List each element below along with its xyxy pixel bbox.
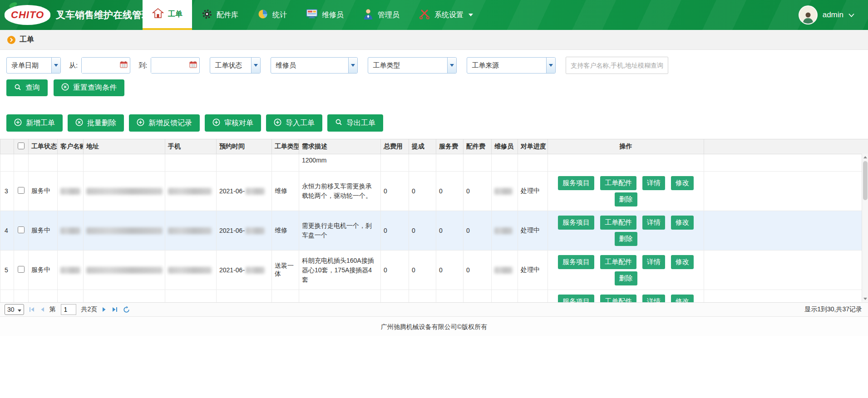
cell-description: 叉车挡风玻璃1个，货叉1副 1200mm bbox=[299, 154, 381, 172]
service-items-button[interactable]: 服务项目 bbox=[558, 255, 594, 269]
search-button[interactable]: 查询 bbox=[6, 79, 48, 96]
date-to-input[interactable] bbox=[151, 57, 200, 74]
edit-button[interactable]: 修改 bbox=[671, 176, 694, 190]
date-from-input[interactable] bbox=[81, 57, 130, 74]
scrollbar-up-icon[interactable] bbox=[863, 154, 867, 160]
date-to-field[interactable] bbox=[151, 58, 189, 73]
calendar-icon[interactable] bbox=[120, 61, 128, 70]
last-page-button[interactable] bbox=[112, 307, 118, 312]
order-parts-button[interactable]: 工单配件 bbox=[600, 255, 636, 269]
cell-service-fee: 0 bbox=[436, 251, 464, 290]
order-parts-button[interactable]: 工单配件 bbox=[600, 295, 636, 303]
chevron-down-icon bbox=[51, 58, 60, 73]
cell-order-type: 维修 bbox=[272, 172, 299, 211]
detail-button[interactable]: 详情 bbox=[642, 176, 665, 190]
delete-button[interactable]: 删除 bbox=[615, 271, 637, 285]
cell-commission: 0 bbox=[409, 251, 436, 290]
nav-item-system-settings[interactable]: 系统设置 bbox=[409, 0, 483, 30]
repairman-select[interactable]: 维修员 bbox=[271, 57, 358, 74]
keyword-search-input[interactable] bbox=[566, 57, 668, 74]
date-type-select[interactable]: 录单日期 bbox=[6, 57, 61, 74]
cell-status: 服务中 bbox=[29, 251, 58, 290]
cell-repairman bbox=[492, 154, 518, 172]
date-from-field[interactable] bbox=[82, 58, 120, 73]
redacted-repairman bbox=[494, 227, 513, 234]
user-menu[interactable]: admin bbox=[799, 0, 868, 30]
filler-cell bbox=[704, 172, 862, 211]
nav-item-admin[interactable]: 管理员 bbox=[353, 0, 409, 30]
audit-order-button[interactable]: 审核对单 bbox=[205, 114, 261, 132]
cell-parts-fee: 0 bbox=[464, 251, 492, 290]
redacted-customer-name bbox=[60, 227, 80, 234]
cell-parts-fee bbox=[464, 154, 492, 172]
nav-item-statistics[interactable]: 统计 bbox=[248, 0, 296, 30]
order-status-select[interactable]: 工单状态 bbox=[210, 57, 261, 74]
prev-page-button[interactable] bbox=[40, 307, 44, 312]
edit-button[interactable]: 修改 bbox=[671, 216, 694, 230]
button-label: 导出工单 bbox=[346, 118, 375, 128]
batch-delete-button[interactable]: 批量删除 bbox=[68, 114, 124, 132]
delete-button[interactable]: 删除 bbox=[615, 192, 637, 206]
vertical-scrollbar[interactable] bbox=[862, 154, 868, 302]
button-label: 新增反馈记录 bbox=[148, 118, 192, 128]
nav-label: 工单 bbox=[168, 10, 182, 19]
filler-cell bbox=[704, 290, 862, 303]
appointment-date: 2021-06- bbox=[219, 266, 245, 274]
export-orders-button[interactable]: 导出工单 bbox=[327, 114, 383, 132]
gear-icon bbox=[202, 9, 212, 21]
order-parts-button[interactable]: 工单配件 bbox=[600, 176, 636, 190]
select-all-checkbox[interactable] bbox=[18, 142, 25, 149]
order-type-select[interactable]: 工单类型 bbox=[368, 57, 457, 74]
tools-icon bbox=[419, 8, 430, 22]
row-index: 5 bbox=[0, 251, 14, 290]
chevron-down-icon bbox=[546, 58, 555, 73]
delete-button[interactable]: 删除 bbox=[615, 232, 637, 246]
service-items-button[interactable]: 服务项目 bbox=[558, 216, 594, 230]
calendar-icon[interactable] bbox=[189, 61, 197, 70]
detail-button[interactable]: 详情 bbox=[642, 255, 665, 269]
order-source-select[interactable]: 工单来源 bbox=[467, 57, 556, 74]
nav-item-parts-library[interactable]: 配件库 bbox=[192, 0, 248, 30]
nav-item-work-orders[interactable]: 工单 bbox=[143, 0, 192, 30]
cell-progress: 处理中 bbox=[518, 172, 548, 211]
scrollbar-down-icon[interactable] bbox=[863, 295, 867, 302]
service-items-button[interactable]: 服务项目 bbox=[558, 295, 594, 303]
import-orders-button[interactable]: 导入工单 bbox=[266, 114, 322, 132]
row-checkbox[interactable] bbox=[18, 226, 25, 233]
refresh-icon[interactable] bbox=[123, 306, 130, 314]
cell-description bbox=[299, 290, 381, 303]
reset-filters-button[interactable]: 重置查询条件 bbox=[54, 79, 124, 96]
service-items-button[interactable]: 服务项目 bbox=[558, 176, 594, 190]
cell-phone bbox=[165, 154, 217, 172]
edit-button[interactable]: 修改 bbox=[671, 255, 694, 269]
plus-circle-icon bbox=[137, 118, 144, 128]
header-parts-fee: 配件费 bbox=[464, 139, 492, 154]
cell-customer bbox=[58, 251, 84, 290]
current-page-input[interactable] bbox=[61, 304, 76, 315]
cell-repairman bbox=[492, 290, 518, 303]
home-icon bbox=[152, 7, 164, 21]
nav-item-repairman[interactable]: 维修员 bbox=[296, 0, 353, 30]
row-checkbox[interactable] bbox=[18, 266, 25, 273]
page-size-select[interactable]: 30 bbox=[5, 304, 24, 315]
row-checkbox[interactable] bbox=[18, 187, 25, 194]
next-page-button[interactable] bbox=[102, 307, 107, 312]
order-parts-button[interactable]: 工单配件 bbox=[600, 216, 636, 230]
cell-commission bbox=[409, 290, 436, 303]
redacted-time bbox=[246, 227, 265, 234]
plus-circle-icon bbox=[274, 118, 281, 128]
first-page-button[interactable] bbox=[29, 307, 35, 312]
row-index bbox=[0, 290, 14, 303]
add-feedback-button[interactable]: 新增反馈记录 bbox=[129, 114, 200, 132]
redacted-phone bbox=[168, 267, 212, 274]
filler-cell bbox=[704, 211, 862, 251]
add-order-button[interactable]: 新增工单 bbox=[6, 114, 63, 132]
edit-button[interactable]: 修改 bbox=[671, 295, 694, 303]
detail-button[interactable]: 详情 bbox=[642, 295, 665, 303]
cell-total-fee bbox=[381, 290, 409, 303]
redacted-customer-name bbox=[60, 188, 80, 195]
detail-button[interactable]: 详情 bbox=[642, 216, 665, 230]
monitor-icon bbox=[306, 9, 318, 21]
cell-order-type bbox=[272, 290, 299, 303]
scrollbar-thumb[interactable] bbox=[863, 161, 868, 200]
